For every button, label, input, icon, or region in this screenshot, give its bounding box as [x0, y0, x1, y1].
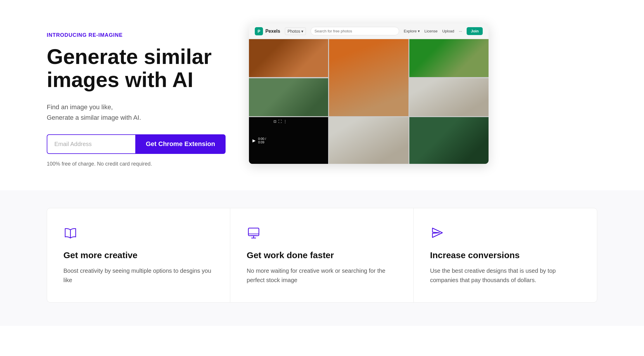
grid-photo-1: [249, 39, 328, 77]
hero-subtext: Find an image you like, Generate a simil…: [47, 102, 226, 122]
feature-card-creative: Get more creative Boost creativity by se…: [47, 208, 230, 302]
monitor-icon: [247, 226, 397, 241]
grid-photo-video: ▶ 0:00 / 0:09 ⊡ ⛶ ⋮: [249, 117, 328, 164]
pexels-name: Pexels: [265, 29, 280, 34]
feature-desc-faster: No more waiting for creative work or sea…: [247, 266, 397, 285]
feature-title-conversions: Increase conversions: [430, 250, 581, 260]
grid-photo-cherry: [409, 39, 489, 77]
feature-card-faster: Get work done faster No more waiting for…: [230, 208, 413, 302]
feature-desc-creative: Boost creativity by seeing multiple opti…: [63, 266, 214, 285]
features-section: Get more creative Boost creativity by se…: [0, 190, 644, 326]
grid-photo-forest-bottom: [409, 117, 489, 164]
email-input[interactable]: [47, 134, 135, 154]
video-time: 0:00 / 0:09: [258, 137, 269, 144]
video-controls: ▶ 0:00 / 0:09 ⊡ ⛶ ⋮: [249, 117, 328, 164]
browser-mockup-container: P Pexels Photos ▾ Explore ▾ License Uplo…: [249, 23, 597, 164]
nav-more[interactable]: ···: [459, 29, 462, 33]
grid-photo-field: [249, 78, 328, 117]
feature-title-creative: Get more creative: [63, 250, 214, 260]
nav-upload[interactable]: Upload: [442, 29, 454, 33]
feature-card-conversions: Increase conversions Use the best creati…: [414, 208, 597, 302]
fullscreen-icon[interactable]: ⛶: [278, 119, 282, 161]
svg-rect-1: [248, 228, 259, 236]
feature-desc-conversions: Use the best creative designs that is us…: [430, 266, 581, 285]
browser-mockup: P Pexels Photos ▾ Explore ▾ License Uplo…: [249, 23, 489, 164]
nav-join-button[interactable]: Join: [467, 27, 483, 35]
nav-photos-tab[interactable]: Photos ▾: [285, 27, 306, 35]
hero-section: INTRODUCING RE-IMAGINE Generate similar …: [0, 0, 644, 190]
hero-left: INTRODUCING RE-IMAGINE Generate similar …: [47, 23, 226, 167]
introducing-label: INTRODUCING RE-IMAGINE: [47, 32, 226, 38]
video-icons: ⊡ ⛶ ⋮: [273, 119, 325, 161]
nav-search-input[interactable]: [311, 27, 399, 35]
nav-links: Explore ▾ License Upload ··· Join: [404, 27, 483, 35]
nav-explore[interactable]: Explore ▾: [404, 29, 420, 33]
pexels-logo: P Pexels: [255, 27, 280, 35]
get-chrome-extension-button[interactable]: Get Chrome Extension: [135, 134, 226, 154]
pexels-icon: P: [255, 27, 263, 35]
book-open-icon: [63, 226, 214, 241]
play-button[interactable]: ▶: [252, 138, 256, 143]
grid-photo-mist: [329, 117, 408, 164]
hero-disclaimer: 100% free of charge. No credit card requ…: [47, 161, 226, 167]
hero-form: Get Chrome Extension: [47, 134, 226, 154]
grid-photo-person: [329, 39, 408, 116]
grid-photo-forest-top: [409, 78, 489, 117]
send-icon: [430, 226, 581, 241]
feature-title-faster: Get work done faster: [247, 250, 397, 260]
hero-headline: Generate similar images with AI: [47, 45, 226, 91]
volume-icon[interactable]: ⊡: [273, 119, 276, 161]
browser-navbar: P Pexels Photos ▾ Explore ▾ License Uplo…: [249, 23, 489, 39]
photo-grid: ▶ 0:00 / 0:09 ⊡ ⛶ ⋮: [249, 39, 489, 164]
nav-license[interactable]: License: [425, 29, 438, 33]
features-grid: Get more creative Boost creativity by se…: [47, 208, 597, 303]
more-icon[interactable]: ⋮: [283, 119, 287, 161]
